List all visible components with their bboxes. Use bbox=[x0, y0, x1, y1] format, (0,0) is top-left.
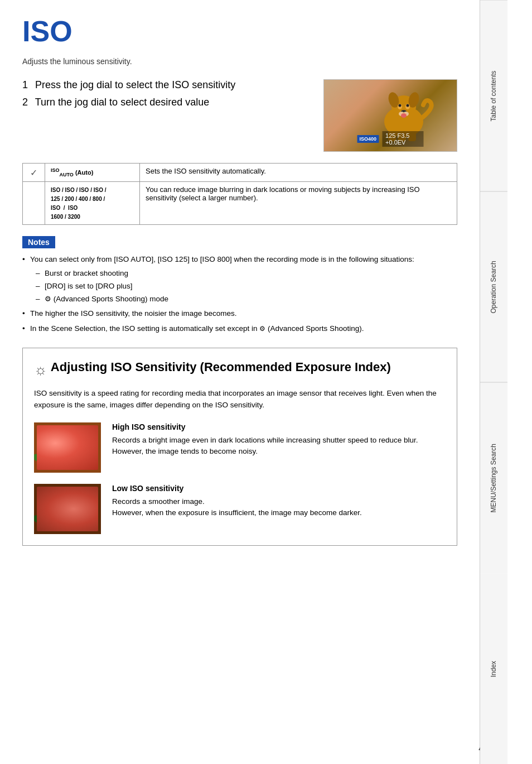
page-title: ISO bbox=[22, 17, 457, 46]
table-icon-cell-auto: ✓ bbox=[23, 164, 45, 182]
svg-point-31 bbox=[64, 496, 82, 514]
adjusting-title: ☼ Adjusting ISO Sensitivity (Recommended… bbox=[34, 359, 446, 379]
flower-low-image bbox=[34, 484, 101, 534]
svg-point-18 bbox=[56, 428, 73, 445]
step-1-text: Press the jog dial to select the ISO sen… bbox=[35, 79, 235, 90]
iso-auto-label: ISOAUTO (Auto) bbox=[51, 169, 93, 176]
step-2-text: Turn the jog dial to select desired valu… bbox=[35, 97, 210, 108]
camera-overlay: ISO400 125 F3.5 +0.0EV bbox=[357, 131, 424, 147]
notes-header: Notes bbox=[22, 236, 55, 248]
notes-sub-item-1: Burst or bracket shooting bbox=[36, 268, 457, 279]
svg-point-38 bbox=[34, 513, 53, 527]
svg-point-11 bbox=[401, 113, 407, 118]
iso-badge: ISO400 bbox=[357, 135, 379, 143]
notes-sub-item-3: ⚙ (Advanced Sports Shooting) mode bbox=[36, 294, 457, 305]
adjusting-title-text: Adjusting ISO Sensitivity (Recommended E… bbox=[51, 359, 391, 376]
svg-point-22 bbox=[52, 436, 59, 443]
table-label-cell-auto: ISOAUTO (Auto) bbox=[45, 164, 140, 182]
table-desc-cell-auto: Sets the ISO sensitivity automatically. bbox=[140, 164, 457, 182]
svg-point-21 bbox=[44, 446, 57, 460]
adjusting-section: ☼ Adjusting ISO Sensitivity (Recommended… bbox=[22, 348, 457, 546]
steps-section: 1 Press the jog dial to select the ISO s… bbox=[22, 79, 457, 152]
table-icon-cell-values bbox=[23, 182, 45, 225]
sidebar-tab-operation-search[interactable]: Operation Search bbox=[480, 191, 507, 383]
high-iso-desc: Records a bright image even in dark loca… bbox=[112, 435, 446, 458]
notes-sub-list: Burst or bracket shooting [DRO] is set t… bbox=[36, 268, 457, 305]
iso-table: ✓ ISOAUTO (Auto) Sets the ISO sensitivit… bbox=[22, 163, 457, 225]
notes-section: Notes You can select only from [ISO AUTO… bbox=[22, 236, 457, 334]
camera-settings-text: 125 F3.5 +0.0EV bbox=[382, 131, 423, 147]
high-iso-title: High ISO sensitivity bbox=[112, 422, 446, 431]
svg-point-32 bbox=[51, 507, 67, 522]
table-row-values: ISO / ISO / ISO / ISO / 125 / 200 / 400 … bbox=[23, 182, 457, 225]
svg-point-25 bbox=[65, 446, 92, 465]
svg-point-17 bbox=[43, 432, 64, 452]
notes-item-1-text: You can select only from [ISO AUTO], [IS… bbox=[30, 255, 414, 263]
low-iso-image bbox=[34, 484, 101, 534]
high-iso-image bbox=[34, 422, 101, 473]
svg-rect-27 bbox=[34, 484, 101, 534]
svg-point-24 bbox=[69, 439, 75, 445]
svg-point-20 bbox=[51, 445, 67, 461]
sidebar-tab-table-of-contents[interactable]: Table of contents bbox=[480, 0, 507, 191]
notes-list: You can select only from [ISO AUTO], [IS… bbox=[22, 254, 457, 334]
svg-point-19 bbox=[64, 435, 82, 453]
sun-icon: ☼ bbox=[34, 361, 47, 379]
svg-point-7 bbox=[407, 104, 409, 107]
notes-item-2: The higher the ISO sensitivity, the nois… bbox=[22, 308, 457, 319]
notes-item-1: You can select only from [ISO AUTO], [IS… bbox=[22, 254, 457, 305]
table-row-auto: ✓ ISOAUTO (Auto) Sets the ISO sensitivit… bbox=[23, 164, 457, 182]
svg-point-34 bbox=[52, 497, 59, 504]
notes-item-3: In the Scene Selection, the ISO setting … bbox=[22, 323, 457, 334]
step-2: 2 Turn the jog dial to select desired va… bbox=[22, 97, 312, 108]
iso-values-label: ISO / ISO / ISO / ISO / 125 / 200 / 400 … bbox=[51, 187, 106, 220]
svg-point-26 bbox=[34, 452, 53, 466]
step-1: 1 Press the jog dial to select the ISO s… bbox=[22, 79, 312, 91]
low-iso-content: Low ISO sensitivity Records a smoother i… bbox=[112, 484, 446, 519]
svg-point-35 bbox=[62, 493, 68, 499]
page-description: Adjusts the luminous sensitivity. bbox=[22, 57, 457, 66]
svg-point-16 bbox=[40, 431, 73, 470]
iso-row-low: Low ISO sensitivity Records a smoother i… bbox=[34, 484, 446, 534]
step-1-number: 1 bbox=[22, 79, 28, 90]
table-label-cell-values: ISO / ISO / ISO / ISO / 125 / 200 / 400 … bbox=[45, 182, 140, 225]
svg-point-36 bbox=[69, 501, 75, 506]
step-2-number: 2 bbox=[22, 97, 28, 108]
right-sidebar: Table of contents Operation Search MENU/… bbox=[480, 0, 507, 764]
svg-point-28 bbox=[40, 492, 73, 531]
high-iso-content: High ISO sensitivity Records a bright im… bbox=[112, 422, 446, 458]
svg-point-33 bbox=[44, 508, 57, 521]
svg-point-29 bbox=[43, 493, 64, 513]
svg-point-23 bbox=[62, 432, 68, 438]
svg-point-30 bbox=[56, 489, 73, 506]
iso-comparison: High ISO sensitivity Records a bright im… bbox=[34, 422, 446, 534]
sidebar-tab-menu-settings-search[interactable]: MENU/Settings Search bbox=[480, 382, 507, 574]
flower-high-image bbox=[34, 422, 101, 473]
adjusting-description: ISO sensitivity is a speed rating for re… bbox=[34, 387, 446, 411]
table-desc-cell-values: You can reduce image blurring in dark lo… bbox=[140, 182, 457, 225]
svg-rect-15 bbox=[34, 422, 101, 473]
notes-sub-item-2: [DRO] is set to [DRO plus] bbox=[36, 281, 457, 292]
camera-image: ISO400 125 F3.5 +0.0EV bbox=[323, 79, 457, 152]
low-iso-desc: Records a smoother image. However, when … bbox=[112, 496, 446, 519]
svg-point-37 bbox=[65, 508, 92, 527]
iso-row-high: High ISO sensitivity Records a bright im… bbox=[34, 422, 446, 473]
steps-list: 1 Press the jog dial to select the ISO s… bbox=[22, 79, 312, 114]
svg-point-6 bbox=[399, 104, 402, 107]
checkmark-icon: ✓ bbox=[30, 168, 37, 177]
low-iso-title: Low ISO sensitivity bbox=[112, 484, 446, 493]
sidebar-tab-index[interactable]: Index bbox=[480, 574, 507, 765]
